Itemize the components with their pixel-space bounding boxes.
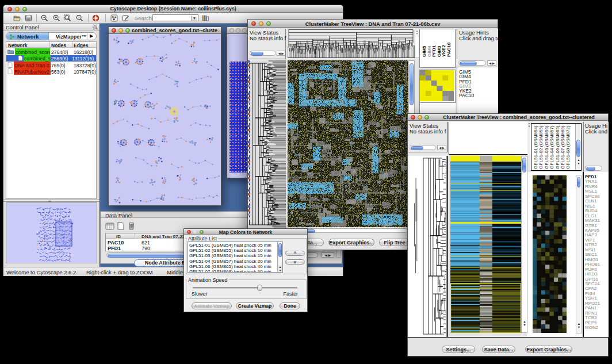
svg-text:1:1: 1:1	[78, 17, 81, 19]
